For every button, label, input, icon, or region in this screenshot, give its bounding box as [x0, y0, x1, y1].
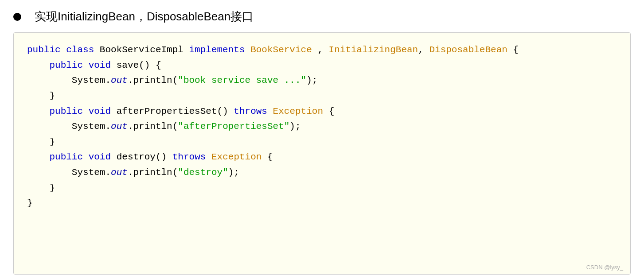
system-class: System: [72, 75, 105, 85]
interface-initializingbean: InitializingBean: [329, 45, 418, 55]
code-line-5: public void afterPropertiesSet() throws …: [27, 104, 617, 120]
method-destroy: destroy: [117, 152, 156, 162]
code-line-11: }: [27, 196, 617, 211]
method-save: save: [117, 60, 139, 70]
keyword-throws-2: throws: [172, 152, 206, 162]
println-method-2: println: [133, 121, 172, 132]
keyword-public-2: public: [49, 60, 83, 70]
string-2: "afterPropertiesSet": [178, 121, 289, 132]
exception-class-2: Exception: [211, 152, 262, 162]
code-line-9: System.out.println("destroy");: [27, 165, 617, 181]
code-line-8: public void destroy() throws Exception {: [27, 150, 617, 165]
println-method-1: println: [133, 75, 172, 85]
keyword-implements: implements: [189, 45, 245, 55]
code-line-10: }: [27, 181, 617, 196]
string-3: "destroy": [178, 167, 228, 178]
exception-class: Exception: [273, 106, 323, 116]
system-class-2: System: [72, 121, 105, 132]
bullet-dot: [13, 13, 21, 21]
method-afterpropertiesset: afterPropertiesSet: [117, 106, 217, 116]
keyword-void: void: [89, 60, 111, 70]
println-method-3: println: [133, 167, 172, 178]
code-line-3: System.out.println("book service save ..…: [27, 73, 617, 89]
string-1: "book service save ...": [178, 75, 306, 85]
keyword-void-3: void: [89, 152, 111, 162]
page-container: 实现InitializingBean，DisposableBean接口 publ…: [0, 0, 644, 279]
code-line-1: public class BookServiceImpl implements …: [27, 43, 617, 58]
code-line-7: }: [27, 135, 617, 150]
interface-bookservice: BookService: [250, 45, 312, 55]
code-line-2: public void save() {: [27, 58, 617, 74]
code-line-6: System.out.println("afterPropertiesSet")…: [27, 119, 617, 135]
keyword-throws: throws: [234, 106, 267, 116]
out-field-3: out: [111, 167, 128, 178]
code-block: public class BookServiceImpl implements …: [13, 32, 631, 275]
code-line-4: }: [27, 89, 617, 104]
keyword-class: class: [66, 45, 94, 55]
out-field: out: [111, 75, 128, 85]
watermark: CSDN @lysy_: [586, 264, 623, 271]
system-class-3: System: [72, 167, 105, 178]
out-field-2: out: [111, 121, 128, 132]
keyword-public-4: public: [49, 152, 83, 162]
keyword-public: public: [27, 45, 61, 55]
keyword-void-2: void: [89, 106, 111, 116]
heading-text: 实现InitializingBean，DisposableBean接口: [35, 9, 254, 24]
keyword-public-3: public: [49, 106, 83, 116]
class-name: BookServiceImpl: [100, 45, 183, 55]
interface-disposablebean: DisposableBean: [429, 45, 507, 55]
bullet-heading: 实现InitializingBean，DisposableBean接口: [13, 9, 631, 24]
